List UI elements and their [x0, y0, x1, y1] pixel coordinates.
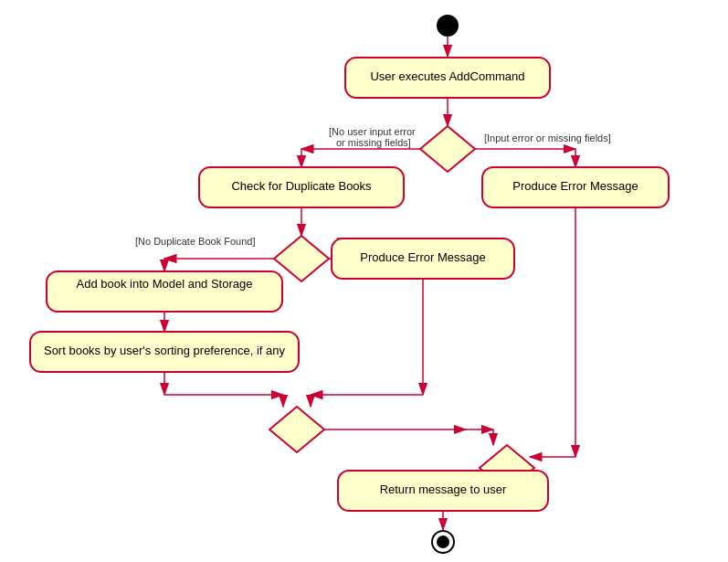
- label-input-error: [Input error or missing fields]: [484, 133, 611, 143]
- diagram-container: User executes AddCommand [No user input …: [0, 0, 728, 562]
- node-check-duplicate-label: Check for Duplicate Books: [231, 179, 372, 193]
- label-no-input-error: [No user input error: [329, 126, 416, 137]
- node-sort-books-label: Sort books by user's sorting preference,…: [44, 344, 286, 357]
- diamond-merge1: [269, 407, 324, 452]
- label-no-duplicate: [No Duplicate Book Found]: [135, 236, 255, 247]
- diamond-input-check: [420, 126, 475, 172]
- node-produce-error-input-label: Produce Error Message: [512, 179, 638, 193]
- start-node: [437, 15, 459, 37]
- node-user-executes-label: User executes AddCommand: [370, 69, 524, 83]
- node-produce-error-dup-label: Produce Error Message: [360, 250, 485, 264]
- node-return-message-label: Return message to user: [380, 482, 507, 496]
- label-no-input-error2: or missing fields]: [336, 137, 411, 148]
- end-node-inner: [437, 535, 449, 548]
- node-add-book-label1: Add book into Model and Storage: [77, 277, 253, 291]
- diamond-duplicate-check: [274, 236, 329, 281]
